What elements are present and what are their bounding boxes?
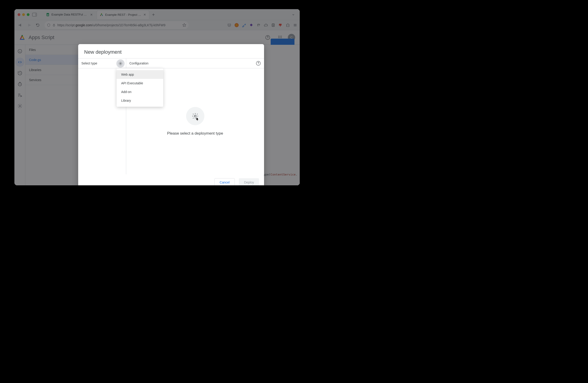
dropdown-item-library[interactable]: Library [117, 96, 163, 105]
dropdown-item-api-executable[interactable]: API Executable [117, 79, 163, 87]
cancel-button[interactable]: Cancel [214, 178, 235, 185]
cursor-icon [196, 117, 199, 121]
modal-body: Please select a deployment type Web app … [78, 68, 264, 174]
configuration-label: Configuration [129, 61, 148, 65]
modal-title: New deployment [78, 44, 264, 58]
help-icon[interactable] [256, 61, 261, 66]
svg-point-26 [194, 115, 196, 117]
deploy-button[interactable]: Deploy [239, 178, 259, 185]
modal-footer: Cancel Deploy [78, 174, 264, 185]
svg-point-24 [120, 63, 121, 64]
select-type-gear-button[interactable] [116, 60, 125, 68]
configuration-column: Configuration [126, 59, 264, 68]
type-dropdown: Web app API Executable Add-on Library [117, 68, 163, 107]
select-type-label: Select type [81, 61, 97, 65]
dropdown-item-add-on[interactable]: Add-on [117, 87, 163, 96]
select-type-column: Select type [78, 59, 126, 68]
new-deployment-modal: New deployment Select type Configuration [78, 44, 264, 185]
dropdown-item-web-app[interactable]: Web app [117, 70, 163, 79]
placeholder-gear [186, 107, 204, 125]
placeholder-text: Please select a deployment type [167, 131, 223, 136]
gear-icon [118, 61, 123, 66]
browser-window: Example Data RESTFul API - Go Example RE… [14, 9, 300, 185]
modal-header: Select type Configuration [78, 58, 264, 68]
